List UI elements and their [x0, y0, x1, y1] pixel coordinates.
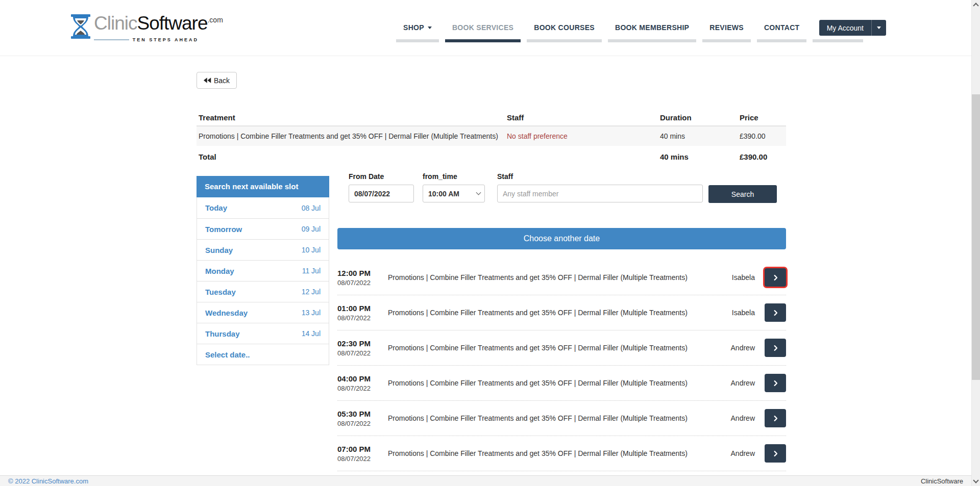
total-price: £390.00 — [740, 152, 786, 161]
slot-next-button[interactable] — [765, 374, 786, 392]
from-time-label: from_time — [423, 172, 485, 181]
sidebar-date-value: 08 Jul — [302, 204, 321, 212]
sidebar-item-select-date[interactable]: Select date.. — [197, 344, 329, 365]
back-button[interactable]: Back — [197, 72, 237, 89]
scrollbar-up-icon[interactable] — [973, 3, 978, 8]
slot-time: 01:00 PM — [337, 304, 388, 313]
scrollbar-thumb[interactable] — [972, 94, 980, 380]
slot-next-button[interactable] — [765, 444, 786, 463]
slot-date: 08/07/2022 — [337, 314, 388, 322]
vertical-scrollbar[interactable] — [971, 0, 980, 486]
my-account-button[interactable]: My Account — [819, 20, 886, 36]
slot-staff: Andrew — [706, 449, 755, 457]
sidebar-item-sunday[interactable]: Sunday 10 Jul — [197, 239, 329, 260]
total-label: Total — [197, 152, 507, 161]
from-date-label: From Date — [349, 172, 414, 181]
sidebar-item-wednesday[interactable]: Wednesday 13 Jul — [197, 302, 329, 323]
slot-next-button[interactable] — [765, 339, 786, 357]
slot-when: 01:00 PM 08/07/2022 — [337, 304, 388, 322]
logo[interactable]: ClinicSoftware.com TEN STEPS AHEAD — [70, 14, 223, 42]
brand-tld: .com — [207, 16, 223, 24]
sidebar-date-value: 10 Jul — [302, 246, 321, 254]
scrollbar-down-icon[interactable] — [973, 477, 978, 483]
sidebar-date-label: Select date.. — [205, 350, 250, 359]
site-header: ClinicSoftware.com TEN STEPS AHEAD SHOP … — [0, 0, 971, 56]
nav-item-contact[interactable]: CONTACT — [757, 23, 807, 42]
staff-group: Staff — [497, 172, 703, 202]
order-table-header: Treatment Staff Duration Price — [197, 109, 786, 126]
sidebar-date-value: 13 Jul — [302, 309, 321, 317]
sidebar-item-today[interactable]: Today 08 Jul — [197, 197, 329, 218]
nav-item-row: BOOK MEMBERSHIP — [608, 23, 696, 32]
sidebar-date-label: Thursday — [205, 329, 240, 338]
slot-treatment: Promotions | Combine Filler Treatments a… — [388, 309, 706, 317]
choose-another-date-button[interactable]: Choose another date — [337, 228, 786, 249]
chevron-down-icon — [476, 190, 481, 195]
column-header-treatment: Treatment — [197, 113, 507, 122]
nav-underline — [608, 39, 696, 42]
sidebar-date-list: Today 08 Jul Tomorrow 09 Jul Sunday 10 J… — [197, 197, 329, 365]
nav-underline — [813, 39, 863, 42]
slot-time: 04:00 PM — [337, 374, 388, 383]
nav-underline — [757, 39, 807, 42]
slot-date: 08/07/2022 — [337, 279, 388, 287]
nav-item-row: BOOK SERVICES — [445, 23, 521, 32]
sidebar-date-label: Sunday — [205, 246, 233, 254]
nav-item-book-services[interactable]: BOOK SERVICES — [445, 23, 521, 42]
slot-next-button[interactable] — [765, 268, 786, 287]
sidebar-item-tomorrow[interactable]: Tomorrow 09 Jul — [197, 218, 329, 239]
staff-input[interactable] — [497, 185, 703, 202]
slot-treatment: Promotions | Combine Filler Treatments a… — [388, 449, 706, 457]
sidebar-item-thursday[interactable]: Thursday 14 Jul — [197, 323, 329, 344]
slot-staff: Andrew — [706, 414, 755, 422]
from-date-input[interactable] — [349, 185, 414, 202]
nav-item-shop[interactable]: SHOP — [396, 23, 439, 42]
site-footer: © 2022 ClinicSoftware.com ClinicSoftware — [0, 475, 971, 486]
slot-next-button[interactable] — [765, 409, 786, 427]
staff-label: Staff — [497, 172, 703, 181]
back-button-label: Back — [214, 76, 230, 85]
sidebar-date-label: Wednesday — [205, 309, 248, 317]
nav-item-label: SHOP — [403, 23, 424, 32]
rewind-icon — [204, 77, 211, 84]
slot-treatment: Promotions | Combine Filler Treatments a… — [388, 344, 706, 352]
slot-treatment: Promotions | Combine Filler Treatments a… — [388, 273, 706, 282]
slot-next-button[interactable] — [765, 303, 786, 322]
slot-row: 12:00 PM 08/07/2022 Promotions | Combine… — [337, 260, 786, 295]
sidebar-date-value: 14 Jul — [302, 329, 321, 338]
footer-copyright-link[interactable]: © 2022 ClinicSoftware.com — [8, 477, 88, 485]
from-time-select[interactable]: 10:00 AM — [423, 185, 485, 202]
nav-item-row: SHOP — [396, 23, 439, 32]
nav-item-book-courses[interactable]: BOOK COURSES — [527, 23, 602, 42]
slot-date: 08/07/2022 — [337, 420, 388, 427]
order-price: £390.00 — [740, 132, 786, 140]
nav-item-book-membership[interactable]: BOOK MEMBERSHIP — [608, 23, 696, 42]
nav-item-label: CONTACT — [764, 23, 800, 32]
slot-row: 07:00 PM 08/07/2022 Promotions | Combine… — [337, 436, 786, 471]
chevron-right-icon — [772, 309, 779, 317]
column-header-staff: Staff — [507, 113, 660, 122]
caret-down-icon — [428, 27, 432, 29]
column-header-price: Price — [740, 113, 786, 122]
order-table-row: Promotions | Combine Filler Treatments a… — [197, 126, 786, 146]
search-button[interactable]: Search — [708, 185, 777, 203]
booking-page: ClinicSoftware.com TEN STEPS AHEAD SHOP … — [0, 0, 980, 486]
sidebar-item-monday[interactable]: Monday 11 Jul — [197, 260, 329, 281]
tagline-row: TEN STEPS AHEAD — [94, 37, 199, 42]
my-account-label: My Account — [819, 20, 871, 36]
order-duration: 40 mins — [660, 132, 740, 140]
order-treatment: Promotions | Combine Filler Treatments a… — [197, 132, 507, 140]
my-account-dropdown-toggle[interactable] — [871, 20, 886, 36]
slot-time: 02:30 PM — [337, 339, 388, 348]
slot-when: 02:30 PM 08/07/2022 — [337, 339, 388, 357]
sidebar-date-value: 12 Jul — [302, 288, 321, 296]
slot-list: 12:00 PM 08/07/2022 Promotions | Combine… — [337, 260, 786, 471]
chevron-right-icon — [772, 379, 779, 387]
logo-tagline: TEN STEPS AHEAD — [133, 37, 199, 42]
chevron-right-icon — [772, 450, 779, 457]
nav-underline — [445, 39, 521, 42]
sidebar-item-tuesday[interactable]: Tuesday 12 Jul — [197, 281, 329, 302]
nav-underline — [702, 39, 751, 42]
slot-staff: Isabela — [706, 273, 755, 282]
nav-item-reviews[interactable]: REVIEWS — [702, 23, 751, 42]
